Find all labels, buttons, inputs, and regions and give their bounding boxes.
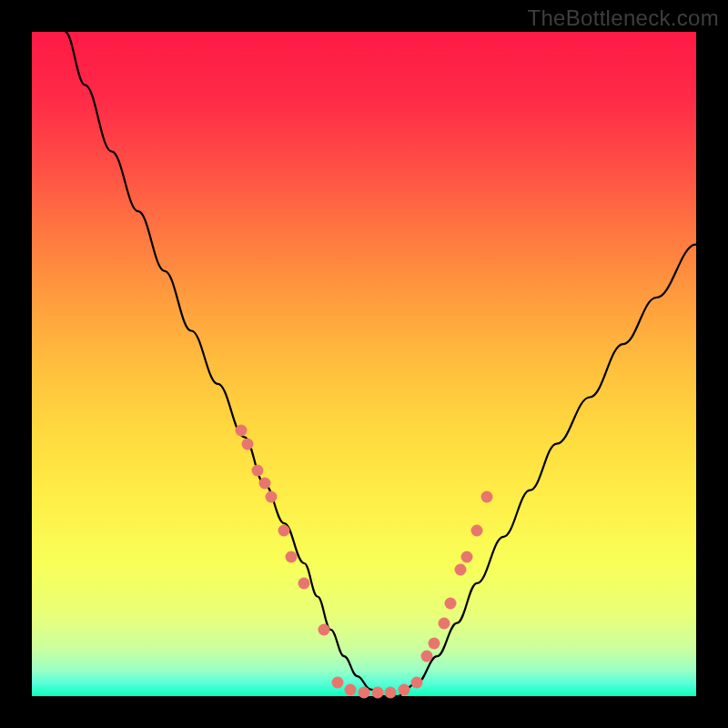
chart-plot-area xyxy=(32,32,696,696)
watermark-text: TheBottleneck.com xyxy=(527,5,719,31)
